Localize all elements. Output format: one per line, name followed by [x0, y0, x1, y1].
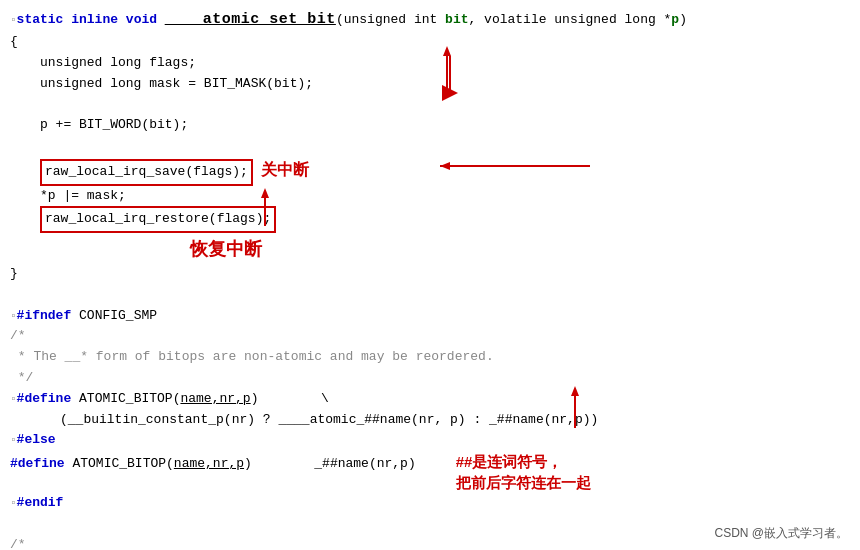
endif-keyword: #endif — [17, 493, 64, 514]
flags-decl: unsigned long flags; — [40, 53, 196, 74]
annotation-restore-irq: 恢复中断 — [190, 235, 262, 264]
footer: CSDN @嵌入式学习者。 — [714, 525, 848, 542]
param-bit: bit — [445, 10, 468, 31]
code-line-brace-open: { — [10, 32, 850, 53]
endif-prefix: ▫ — [10, 495, 17, 513]
code-line-mask-apply: *p |= mask; — [10, 186, 850, 207]
define1-name: ATOMIC_BITOP( — [79, 389, 180, 410]
define1-params: name,nr,p — [180, 389, 250, 410]
p-increment: p += BIT_WORD(bit); — [40, 115, 188, 136]
mask-decl: unsigned long mask = BIT_MASK(bit); — [40, 74, 313, 95]
code-line-blank2 — [10, 136, 850, 157]
ifndef-prefix: ▫ — [10, 308, 17, 326]
code-line-irq-save: raw_local_irq_save(flags); 关中断 — [10, 157, 850, 186]
code-line-define1: ▫ #define ATOMIC_BITOP( name,nr,p ) \ — [10, 389, 850, 410]
define2-params: name,nr,p — [174, 454, 244, 475]
code-line-flags: unsigned long flags; — [10, 53, 850, 74]
else-prefix: ▫ — [10, 432, 17, 450]
code-line-comment2: * The __* form of bitops are non-atomic … — [10, 347, 850, 368]
code-line-endif: ▫ #endif — [10, 493, 850, 514]
annotation-disable-irq: 关中断 — [261, 157, 309, 183]
irq-save-box: raw_local_irq_save(flags); — [40, 159, 253, 186]
code-line-ifndef: ▫ #ifndef CONFIG_SMP — [10, 306, 850, 327]
param-p: p — [671, 10, 679, 31]
keyword-static: static inline void — [17, 10, 165, 31]
define1-rest: ) \ — [251, 389, 329, 410]
func-paren-close: ) — [679, 10, 687, 31]
annotation-restore-line: 恢复中断 — [10, 235, 850, 264]
func-paren-open: (unsigned int — [336, 10, 445, 31]
code-line-p-inc: p += BIT_WORD(bit); — [10, 115, 850, 136]
comment-start: /* — [10, 326, 26, 347]
code-line-blank1 — [10, 94, 850, 115]
code-area: ▫ static inline void ____atomic_set_bit … — [0, 0, 860, 550]
annotation-hash: ##是连词符号，把前后字符连在一起 — [456, 451, 591, 493]
func-params-mid: , volatile unsigned long * — [469, 10, 672, 31]
code-line-define2: #define ATOMIC_BITOP( name,nr,p ) _##nam… — [10, 451, 850, 493]
code-line-blank3 — [10, 285, 850, 306]
else-keyword: #else — [17, 430, 56, 451]
brace-close: } — [10, 264, 18, 285]
comment2-start: /* — [10, 535, 26, 550]
code-line-comment1: /* — [10, 326, 850, 347]
mask-apply: *p |= mask; — [40, 186, 126, 207]
code-line-mask: unsigned long mask = BIT_MASK(bit); — [10, 74, 850, 95]
define2-name: ATOMIC_BITOP( — [72, 454, 173, 475]
define2-keyword: #define — [10, 454, 72, 475]
code-line-define1-body: (__builtin_constant_p(nr) ? ____atomic_#… — [10, 410, 850, 431]
func-name: ____atomic_set_bit — [165, 8, 336, 32]
line-prefix-1: ▫ — [10, 12, 17, 30]
define1-keyword: #define — [17, 389, 79, 410]
comment-body: * The __* form of bitops are non-atomic … — [10, 347, 494, 368]
comment-end: */ — [10, 368, 33, 389]
code-line-comment3: */ — [10, 368, 850, 389]
ifndef-keyword: #ifndef — [17, 306, 79, 327]
code-line-brace-close: } — [10, 264, 850, 285]
code-line-irq-restore: raw_local_irq_restore(flags); — [10, 206, 850, 233]
code-line-1: ▫ static inline void ____atomic_set_bit … — [10, 8, 850, 32]
brace-open: { — [10, 32, 18, 53]
code-line-else: ▫ #else — [10, 430, 850, 451]
define1-prefix: ▫ — [10, 391, 17, 409]
define2-rest: ) _##name(nr,p) — [244, 454, 416, 475]
define1-body: (__builtin_constant_p(nr) ? ____atomic_#… — [60, 410, 598, 431]
ifndef-value: CONFIG_SMP — [79, 306, 157, 327]
irq-restore-box: raw_local_irq_restore(flags); — [40, 206, 276, 233]
